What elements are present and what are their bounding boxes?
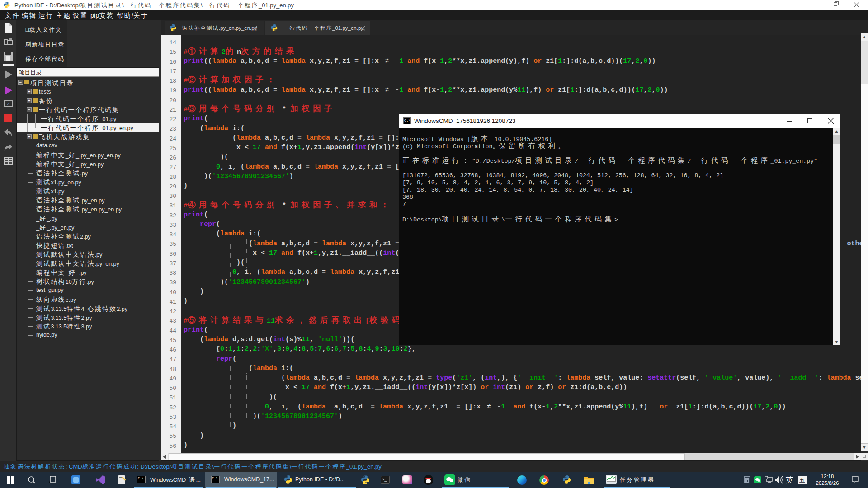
svg-text:2: 2	[7, 102, 9, 106]
